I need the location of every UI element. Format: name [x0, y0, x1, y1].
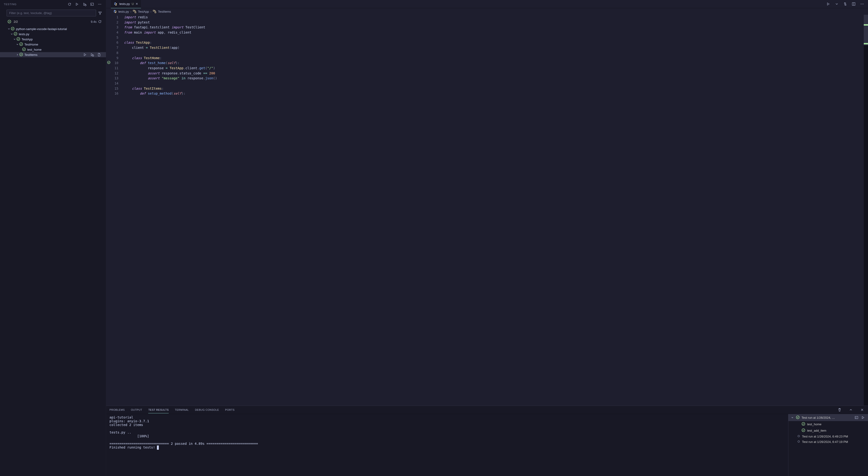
svg-point-3 [99, 4, 100, 4]
pass-icon [22, 47, 26, 52]
python-icon [113, 10, 117, 13]
pass-count: 2/2 [13, 20, 18, 24]
minimap-marker [864, 24, 868, 26]
collapse-icon[interactable] [848, 407, 854, 412]
more-icon[interactable] [97, 2, 102, 7]
status-icon [797, 440, 800, 444]
filter-icon[interactable] [97, 10, 103, 16]
minimap[interactable] [864, 15, 868, 406]
tree-label: tests.py [19, 32, 29, 36]
show-output-icon[interactable] [854, 415, 859, 420]
svg-point-2 [98, 4, 99, 4]
line-gutter: 12345678910111213141516 [106, 15, 123, 96]
run-duration: 9.4s [91, 20, 97, 24]
code-editor[interactable]: import redisimport pytestfrom fastapi.te… [123, 15, 217, 96]
run-row[interactable]: test_home [788, 421, 868, 428]
testing-sidebar: TESTING 2/2 9.4s python-sample-vscod [0, 0, 106, 476]
chevron-icon[interactable] [7, 28, 11, 30]
debug-all-icon[interactable] [82, 2, 87, 7]
rerun-icon[interactable] [98, 20, 102, 24]
svg-point-26 [798, 435, 800, 437]
status-icon [796, 415, 800, 420]
chevron-icon[interactable] [10, 33, 13, 35]
trash-icon[interactable] [837, 407, 842, 412]
tree-item[interactable]: TestApp [0, 37, 106, 42]
svg-point-4 [100, 4, 101, 4]
svg-point-14 [861, 4, 861, 4]
test-pass-gutter-icon[interactable] [107, 61, 111, 66]
run-label: test_home [807, 422, 866, 426]
editor-more-icon[interactable] [860, 1, 865, 7]
debug-icon[interactable] [90, 52, 95, 57]
pass-icon [19, 53, 23, 57]
run-icon[interactable] [826, 1, 831, 7]
tree-item[interactable]: TestItems [0, 52, 106, 57]
run-dropdown-icon[interactable] [834, 1, 839, 7]
chevron-down-icon[interactable] [791, 416, 794, 419]
tab-name: tests.py [119, 2, 130, 6]
run-row[interactable]: Test run at 1/26/2024, 6:47:19 PM [788, 439, 868, 445]
class-icon [133, 10, 136, 13]
tree-item[interactable]: tests.py [0, 31, 106, 37]
pass-icon [11, 27, 14, 31]
svg-point-0 [85, 4, 86, 6]
tree-label: python-sample-vscode-fastapi-tutorial [16, 27, 67, 31]
tree-label: TestItems [25, 53, 38, 57]
run-row[interactable]: test_add_item [788, 428, 868, 434]
run-icon[interactable] [861, 415, 866, 420]
test-runs-list: Test run at 1/26/2024, …test_hometest_ad… [788, 414, 868, 476]
run-label: Test run at 1/26/2024, 6:47:19 PM [802, 440, 866, 444]
status-icon [802, 428, 805, 433]
run-all-icon[interactable] [74, 2, 80, 7]
split-editor-icon[interactable] [851, 1, 856, 7]
test-output[interactable]: api-tutorial plugins: anyio-3.7.1 collec… [106, 414, 788, 476]
panel-tab-debug-console[interactable]: DEBUG CONSOLE [195, 407, 219, 413]
panel-tabs: PROBLEMSOUTPUTTEST RESULTSTERMINALDEBUG … [106, 406, 868, 414]
panel-tab-ports[interactable]: PORTS [225, 407, 235, 413]
pass-icon [19, 42, 23, 47]
tree-item[interactable]: python-sample-vscode-fastapi-tutorial [0, 26, 106, 31]
run-label: test_add_item [807, 429, 866, 432]
chevron-icon[interactable] [16, 43, 19, 46]
breadcrumb-class: TestApp [138, 10, 149, 13]
svg-rect-17 [133, 10, 134, 11]
chevron-icon[interactable] [16, 53, 19, 56]
chevron-right-icon: › [130, 10, 131, 13]
run-label: Test run at 1/26/2024, 6:49:23 PM [802, 435, 866, 438]
show-output-icon[interactable] [90, 2, 95, 7]
svg-rect-18 [135, 12, 136, 13]
svg-point-15 [862, 4, 862, 4]
run-row[interactable]: Test run at 1/26/2024, … [788, 414, 868, 421]
tree-item[interactable]: TestHome [0, 42, 106, 47]
panel-tab-terminal[interactable]: TERMINAL [175, 407, 189, 413]
filter-input[interactable] [7, 10, 96, 16]
minimap-thumb[interactable] [864, 15, 868, 45]
pass-icon [17, 37, 20, 41]
status-icon [802, 422, 805, 427]
minimap-marker [864, 43, 868, 44]
run-row[interactable]: Test run at 1/26/2024, 6:49:23 PM [788, 434, 868, 439]
chevron-icon[interactable] [13, 38, 17, 41]
close-icon[interactable]: ✕ [135, 2, 138, 6]
goto-file-icon[interactable] [97, 52, 102, 57]
panel-tab-output[interactable]: OUTPUT [131, 407, 142, 413]
breadcrumb-subclass: TestItems [158, 10, 171, 13]
svg-point-27 [798, 441, 800, 442]
panel-tab-problems[interactable]: PROBLEMS [110, 407, 125, 413]
python-icon [114, 2, 118, 6]
tab-tests-py[interactable]: tests.py U ✕ [111, 0, 141, 8]
svg-rect-19 [153, 10, 154, 11]
run-icon[interactable] [83, 52, 88, 57]
close-panel-icon[interactable] [860, 407, 865, 412]
tree-label: test_home [27, 48, 41, 52]
refresh-icon[interactable] [67, 2, 72, 7]
breadcrumbs[interactable]: tests.py › TestApp › TestItems [106, 8, 868, 15]
tree-label: TestApp [22, 38, 33, 41]
status-icon [797, 435, 800, 438]
svg-rect-20 [155, 12, 156, 13]
compare-icon[interactable] [843, 1, 848, 7]
tree-item[interactable]: test_home [0, 47, 106, 52]
pass-icon [7, 20, 11, 24]
panel-tab-test-results[interactable]: TEST RESULTS [148, 407, 169, 413]
editor-tabs: tests.py U ✕ [106, 0, 868, 8]
